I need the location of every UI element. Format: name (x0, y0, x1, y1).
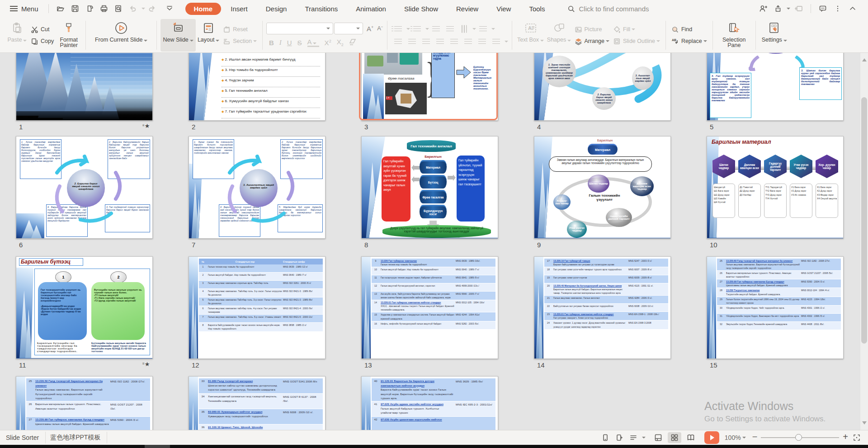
tab-animation[interactable]: Animation (347, 3, 395, 15)
scroll-up-arrow[interactable] (862, 58, 867, 61)
share-icon[interactable] (774, 5, 782, 13)
settings-button[interactable]: Settings (760, 19, 789, 52)
normal-view-button[interactable] (651, 432, 665, 443)
tab-design[interactable]: Design (257, 3, 296, 15)
slide-thumbnail-18[interactable]: 4091.120.01 Барилгын ба барилга доторх х… (361, 376, 498, 430)
share-caret[interactable] (787, 8, 790, 9)
section-button[interactable]: Section (221, 35, 259, 47)
reset-button[interactable]: Reset (221, 24, 259, 35)
slide-thumbnail-4[interactable]: 1. Зураг төслийн шатанд зээлгүүн төлөвлө… (534, 53, 671, 121)
slide-thumbnail-2[interactable]: ◆ 2. Ишлэл авсан норматив баримт бичгүүд… (189, 53, 326, 121)
slide-thumbnail-13[interactable]: 913.220 Гал түймрээс хамгаалахГалын техн… (361, 256, 498, 359)
open-file-icon[interactable] (57, 5, 65, 13)
layout-button[interactable]: Layout (196, 19, 221, 52)
slide-thumbnail-6[interactable]: 1. Хүчин төгөлдөр мөрдөгдөж байгаа барил… (16, 136, 153, 239)
slideshow-play-button[interactable] (704, 431, 719, 444)
fit-slide-icon[interactable] (853, 434, 861, 442)
text-box-button[interactable]: A Text Box (516, 19, 546, 52)
decrease-font-button[interactable]: A− (377, 25, 383, 32)
phone-sync-icon[interactable] (601, 434, 609, 442)
slide-thumbnail-7[interactable]: 1. Зураг төсөл ба техникийн баримт бичиг… (189, 136, 326, 239)
new-slide-button[interactable]: New Slide (160, 19, 196, 52)
menu-button[interactable]: Menu (21, 5, 38, 13)
slide-thumbnail-5[interactable]: шатанд зээлгүүн төлөвлөлт, инженерийн ши… (707, 53, 844, 121)
picture-button[interactable]: Picture (573, 24, 611, 35)
increase-font-button[interactable]: A+ (367, 25, 373, 33)
underline-button[interactable]: U (287, 39, 292, 47)
font-name-select[interactable] (266, 23, 333, 34)
copy-button[interactable]: Copy (29, 35, 56, 47)
tab-insert[interactable]: Insert (222, 3, 256, 15)
italic-button[interactable]: I (279, 39, 282, 47)
decrease-indent-icon[interactable] (432, 26, 440, 32)
slide-thumbnail-15[interactable]: 2513.220.60 Галд тэсвэртэй барилгын мате… (707, 256, 844, 359)
slide-thumbnail-3[interactable]: Өрөө тасалгаа2.4}б а р и х , а ш и г л а… (361, 53, 498, 121)
subscript-button[interactable]: X2 (337, 38, 344, 47)
zoom-level-label[interactable]: 100% (725, 434, 741, 441)
zoom-in-button[interactable]: + (843, 432, 848, 442)
zoom-out-button[interactable]: − (752, 432, 758, 442)
slide-thumbnail-17[interactable]: 3381.080 Галд тэсвэртэй материалШингэн м… (189, 376, 326, 430)
tab-transitions[interactable]: Transitions (296, 3, 346, 15)
bold-button[interactable]: B (269, 39, 274, 47)
add-user-icon[interactable] (759, 5, 767, 13)
command-search[interactable]: Click to find commands (567, 5, 649, 13)
customize-toolbar-icon[interactable] (165, 5, 174, 13)
slide-thumbnail-14[interactable]: 1713.220.10 Гал түймэртэй тэмцэхБэрээл б… (534, 256, 671, 359)
vertical-spacing-icon[interactable] (492, 39, 500, 44)
line-spacing-icon[interactable] (479, 26, 487, 32)
print-preview-icon[interactable] (114, 5, 123, 13)
replace-button[interactable]: ABReplace (670, 35, 709, 47)
notes-caret[interactable] (642, 437, 646, 439)
align-left-icon[interactable] (394, 39, 402, 44)
notes-icon[interactable] (629, 434, 637, 442)
template-name-label[interactable]: 蓝色地球PPT模板 (50, 434, 100, 442)
redo-icon[interactable] (148, 5, 156, 13)
distribute-icon[interactable] (450, 39, 458, 44)
font-size-select[interactable] (334, 23, 363, 34)
tab-view[interactable]: View (488, 3, 519, 15)
tab-home[interactable]: Home (185, 3, 222, 15)
text-direction-icon[interactable] (461, 25, 467, 33)
scrollbar-thumb[interactable] (861, 97, 867, 344)
comment-icon[interactable] (819, 5, 827, 13)
strikethrough-button[interactable]: S (297, 39, 302, 47)
undo-icon[interactable] (129, 5, 137, 13)
slide-thumbnail-16[interactable]: 2513.220.50 Галд тэсвэртэй барилгын мате… (16, 376, 153, 430)
collapse-ribbon-icon[interactable] (849, 5, 857, 13)
align-bottom-icon[interactable] (478, 39, 486, 44)
numbering-icon[interactable] (413, 26, 421, 32)
undo-caret[interactable] (142, 8, 145, 9)
shapes-button[interactable]: Shapes (546, 19, 573, 52)
align-top-icon[interactable] (464, 39, 472, 44)
arrange-button[interactable]: Arrange (573, 35, 611, 47)
reading-view-button[interactable] (684, 432, 698, 443)
slide-outline-button[interactable]: Slide Outline (611, 35, 662, 47)
format-painter-button[interactable]: FormatPainter (56, 19, 82, 52)
zoom-slider[interactable] (761, 437, 839, 438)
from-current-slide-button[interactable]: From Current Slide (90, 19, 153, 52)
slide-thumbnail-10[interactable]: Барилгын материалШатах чадварДөллөж авал… (707, 136, 844, 239)
save-icon[interactable] (71, 5, 79, 13)
zoom-slider-knob[interactable] (795, 434, 802, 441)
tab-tools[interactable]: Tools (520, 3, 553, 15)
align-center-icon[interactable] (408, 39, 416, 44)
superscript-button[interactable]: X2 (325, 39, 331, 47)
tab-review[interactable]: Review (448, 3, 487, 15)
zoom-caret[interactable] (742, 437, 746, 439)
slide-sorter-view-button[interactable] (668, 432, 681, 443)
export-icon[interactable] (85, 5, 94, 13)
find-button[interactable]: Find (670, 24, 709, 35)
slide-sorter-canvas[interactable]: 1≡★◆ 2. Ишлэл авсан норматив баримт бичг… (0, 53, 860, 430)
clear-format-icon[interactable] (349, 39, 356, 47)
slide-thumbnail-8[interactable]: Гал техникийн ангилалБарилгынГал түймрий… (361, 136, 498, 239)
scroll-down-arrow[interactable] (862, 421, 867, 424)
bullets-icon[interactable] (394, 26, 402, 32)
increase-indent-icon[interactable] (446, 26, 454, 32)
new-tab-icon[interactable] (795, 5, 803, 13)
cut-button[interactable]: Cut (29, 24, 56, 35)
print-icon[interactable] (100, 5, 108, 13)
slide-thumbnail-12[interactable]: №Стандартын нэрСтандартын шифр1Галын тех… (189, 256, 326, 359)
slide-thumbnail-9[interactable]: БарилгынМатериалЗөвхөн галын аюулаар анг… (534, 136, 671, 239)
justify-icon[interactable] (436, 39, 444, 44)
